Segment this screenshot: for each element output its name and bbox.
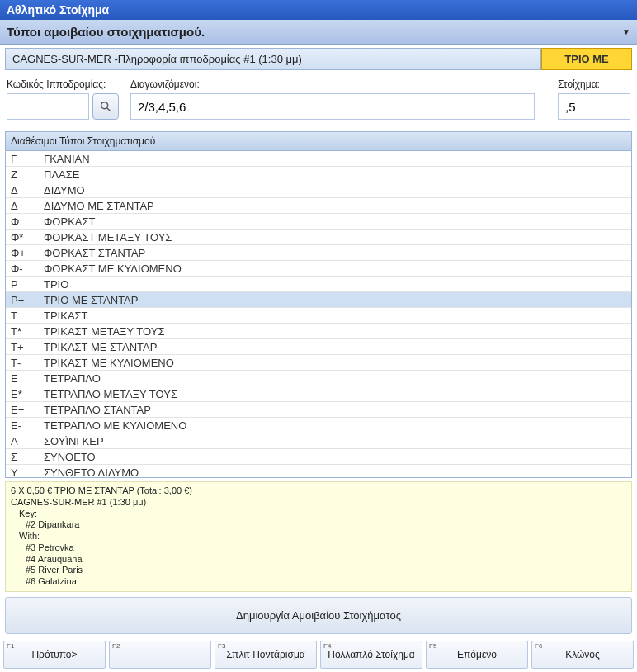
summary-race: CAGNES-SUR-MER #1 (1:30 μμ) [11, 497, 626, 509]
bet-type-code: Ε- [6, 419, 42, 432]
bet-type-code: Ε+ [6, 404, 42, 416]
fkey-f1[interactable]: F1Πρότυπο> [3, 641, 106, 669]
fkey-label: Σπλιτ Ποντάρισμα [226, 649, 304, 660]
bet-summary: 6 Χ 0,50 € ΤΡΙΟ ΜΕ ΣΤΑΝΤΑΡ (Total: 3,00 … [5, 481, 632, 592]
create-bet-button[interactable]: Δημιουργία Αμοιβαίου Στοιχήματος [5, 597, 632, 634]
svg-line-1 [107, 108, 111, 111]
bet-type-code: Τ [6, 310, 42, 322]
search-button[interactable] [92, 93, 119, 120]
bet-type-code: Ε* [6, 388, 42, 400]
summary-key-label: Key: [11, 509, 626, 520]
fkey-f2[interactable]: F2 [109, 641, 211, 669]
search-icon [99, 100, 112, 113]
bet-type-name: ΓΚΑΝΙΑΝ [42, 153, 631, 165]
table-row[interactable]: ΑΣΟΥΪΝΓΚΕΡ [6, 433, 631, 449]
table-row[interactable]: ΕΤΕΤΡΑΠΛΟ [6, 371, 631, 386]
summary-with-horse: #6 Galatzina [11, 576, 626, 588]
bet-type-name: ΤΡΙΟ ΜΕ ΣΤΑΝΤΑΡ [42, 294, 631, 306]
table-row[interactable]: Τ+ΤΡΙΚΑΣΤ ΜΕ ΣΤΑΝΤΑΡ [6, 339, 631, 355]
svg-point-0 [101, 102, 108, 109]
collapse-toggle[interactable]: ▼ [622, 27, 630, 36]
table-row[interactable]: Τ-ΤΡΙΚΑΣΤ ΜΕ ΚΥΛΙΟΜΕΝΟ [6, 355, 631, 371]
summary-with-horse: #3 Petrovka [11, 542, 626, 554]
bet-type-code: Φ- [6, 263, 42, 275]
label-race-code: Κωδικός Ιπποδρομίας: [7, 78, 119, 90]
summary-with-horse: #4 Arauquana [11, 554, 626, 566]
label-runners: Διαγωνιζόμενοι: [130, 78, 546, 90]
bet-type-code: Φ+ [6, 247, 42, 259]
table-row[interactable]: Τ*ΤΡΙΚΑΣΤ ΜΕΤΑΞΥ ΤΟΥΣ [6, 324, 631, 339]
table-row[interactable]: ΡΤΡΙΟ [6, 277, 631, 292]
bet-type-code: Φ [6, 215, 42, 228]
bet-type-name: ΤΡΙΟ [42, 278, 631, 291]
bet-type-name: ΦΟΡΚΑΣΤ ΜΕΤΑΞΥ ΤΟΥΣ [42, 231, 631, 244]
fkey-label: Επόμενο [457, 649, 497, 660]
fkey-f5[interactable]: F5Επόμενο [426, 641, 528, 669]
window-title: Αθλητικό Στοίχημα [0, 0, 637, 20]
bet-type-code: Σ [6, 451, 42, 463]
summary-with-label: With: [11, 531, 626, 542]
bet-types-list[interactable]: ΓΓΚΑΝΙΑΝZΠΛΑΣΕΔΔΙΔΥΜΟΔ+ΔΙΔΥΜΟ ΜΕ ΣΤΑΝΤΑΡ… [6, 151, 631, 477]
bet-type-code: Ρ [6, 278, 42, 291]
race-info: CAGNES-SUR-MER -Πληροφορία ιπποδρομίας #… [5, 48, 541, 70]
section-header: Τύποι αμοιβαίου στοιχηματισμού. ▼ [0, 20, 637, 45]
table-row[interactable]: Φ+ΦΟΡΚΑΣΤ ΣΤΑΝΤΑΡ [6, 245, 631, 261]
bet-type-code: Τ- [6, 357, 42, 369]
race-code-input[interactable] [7, 93, 89, 120]
fkey-number: F4 [323, 642, 331, 650]
fkey-number: F6 [535, 642, 542, 650]
fkey-f6[interactable]: F6Κλώνος [531, 641, 634, 669]
summary-with-horse: #5 River Paris [11, 565, 626, 576]
fkey-label: Πολλαπλό Στοίχημα [328, 649, 415, 660]
table-row[interactable]: Φ*ΦΟΡΚΑΣΤ ΜΕΤΑΞΥ ΤΟΥΣ [6, 230, 631, 245]
fkey-f3[interactable]: F3Σπλιτ Ποντάρισμα [215, 641, 317, 669]
bet-type-name: ΣΥΝΘΕΤΟ [42, 451, 631, 463]
table-row[interactable]: Ε+ΤΕΤΡΑΠΛΟ ΣΤΑΝΤΑΡ [6, 402, 631, 418]
bet-type-name: ΔΙΔΥΜΟ ΜΕ ΣΤΑΝΤΑΡ [42, 200, 631, 212]
bet-type-name: ΦΟΡΚΑΣΤ ΜΕ ΚΥΛΙΟΜΕΝΟ [42, 263, 631, 275]
table-row[interactable]: ΦΦΟΡΚΑΣΤ [6, 214, 631, 230]
table-row[interactable]: Φ-ΦΟΡΚΑΣΤ ΜΕ ΚΥΛΙΟΜΕΝΟ [6, 261, 631, 277]
bet-type-code: Γ [6, 153, 42, 165]
table-row[interactable]: ΥΣΥΝΘΕΤΟ ΔΙΔΥΜΟ [6, 465, 631, 477]
fkey-label: Πρότυπο> [31, 649, 77, 660]
fkey-number: F2 [112, 642, 120, 650]
bet-type-name: ΤΡΙΚΑΣΤ ΜΕ ΣΤΑΝΤΑΡ [42, 341, 631, 353]
table-row[interactable]: ΔΔΙΔΥΜΟ [6, 182, 631, 198]
bet-type-name: ΣΥΝΘΕΤΟ ΔΙΔΥΜΟ [42, 466, 631, 478]
fkey-label: Κλώνος [565, 649, 600, 660]
bet-type-name: ΤΡΙΚΑΣΤ ΜΕ ΚΥΛΙΟΜΕΝΟ [42, 357, 631, 369]
bet-type-code: Υ [6, 466, 42, 478]
bet-types-header: Διαθέσιμοι Τύποι Στοιχηματισμού [6, 132, 631, 151]
runners-input[interactable] [130, 93, 535, 120]
table-row[interactable]: ΓΓΚΑΝΙΑΝ [6, 151, 631, 167]
bet-type-name: ΤΕΤΡΑΠΛΟ ΜΕ ΚΥΛΙΟΜΕΝΟ [42, 419, 631, 432]
bet-type-name: ΠΛΑΣΕ [42, 168, 631, 181]
table-row[interactable]: ΣΣΥΝΘΕΤΟ [6, 449, 631, 465]
stake-input[interactable] [558, 93, 630, 120]
bet-type-code: Τ* [6, 325, 42, 338]
fkey-number: F1 [7, 642, 14, 650]
bet-type-badge: ΤΡΙΟ ΜΕ [541, 48, 632, 70]
fkey-number: F5 [429, 642, 436, 650]
bet-type-name: ΣΟΥΪΝΓΚΕΡ [42, 435, 631, 447]
table-row[interactable]: Ρ+ΤΡΙΟ ΜΕ ΣΤΑΝΤΑΡ [6, 292, 631, 308]
bet-type-code: Ε [6, 372, 42, 385]
bet-type-name: ΤΡΙΚΑΣΤ ΜΕΤΑΞΥ ΤΟΥΣ [42, 325, 631, 338]
bet-type-name: ΦΟΡΚΑΣΤ ΣΤΑΝΤΑΡ [42, 247, 631, 259]
table-row[interactable]: Δ+ΔΙΔΥΜΟ ΜΕ ΣΤΑΝΤΑΡ [6, 198, 631, 214]
bet-type-name: ΤΕΤΡΑΠΛΟ ΣΤΑΝΤΑΡ [42, 404, 631, 416]
bet-type-code: Φ* [6, 231, 42, 244]
bet-type-name: ΔΙΔΥΜΟ [42, 184, 631, 196]
bet-type-code: Z [6, 168, 42, 181]
bet-type-name: ΤΡΙΚΑΣΤ [42, 310, 631, 322]
label-stake: Στοίχημα: [558, 78, 630, 90]
table-row[interactable]: ΤΤΡΙΚΑΣΤ [6, 308, 631, 324]
table-row[interactable]: Ε-ΤΕΤΡΑΠΛΟ ΜΕ ΚΥΛΙΟΜΕΝΟ [6, 418, 631, 433]
fkey-number: F3 [218, 642, 225, 650]
table-row[interactable]: Ε*ΤΕΤΡΑΠΛΟ ΜΕΤΑΞΥ ΤΟΥΣ [6, 386, 631, 402]
bet-type-code: Α [6, 435, 42, 447]
bet-type-name: ΤΕΤΡΑΠΛΟ [42, 372, 631, 385]
table-row[interactable]: ZΠΛΑΣΕ [6, 167, 631, 182]
fkey-f4[interactable]: F4Πολλαπλό Στοίχημα [320, 641, 422, 669]
